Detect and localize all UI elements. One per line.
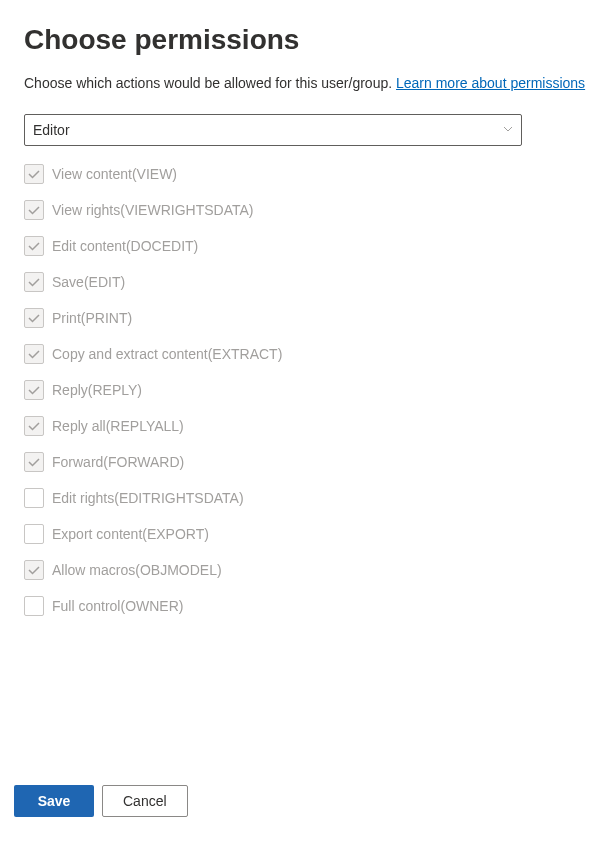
- permission-item: Export content(EXPORT): [24, 524, 589, 544]
- cancel-button[interactable]: Cancel: [102, 785, 188, 817]
- permission-item: Reply(REPLY): [24, 380, 589, 400]
- learn-more-link[interactable]: Learn more about permissions: [396, 75, 585, 91]
- save-button[interactable]: Save: [14, 785, 94, 817]
- permission-checkbox[interactable]: [24, 380, 44, 400]
- permission-checkbox[interactable]: [24, 236, 44, 256]
- permission-label: View content(VIEW): [52, 166, 177, 182]
- permission-label: Export content(EXPORT): [52, 526, 209, 542]
- permission-label: Edit content(DOCEDIT): [52, 238, 198, 254]
- permission-checkbox[interactable]: [24, 164, 44, 184]
- permission-item: View rights(VIEWRIGHTSDATA): [24, 200, 589, 220]
- permission-item: View content(VIEW): [24, 164, 589, 184]
- permission-checkbox[interactable]: [24, 272, 44, 292]
- permission-label: Allow macros(OBJMODEL): [52, 562, 222, 578]
- permission-checkbox[interactable]: [24, 416, 44, 436]
- permission-label: Edit rights(EDITRIGHTSDATA): [52, 490, 244, 506]
- permission-label: Reply(REPLY): [52, 382, 142, 398]
- permission-label: Forward(FORWARD): [52, 454, 184, 470]
- permission-label: Print(PRINT): [52, 310, 132, 326]
- role-select[interactable]: Editor: [24, 114, 522, 146]
- permission-checkbox[interactable]: [24, 560, 44, 580]
- permission-item: Edit rights(EDITRIGHTSDATA): [24, 488, 589, 508]
- permissions-list: View content(VIEW)View rights(VIEWRIGHTS…: [24, 164, 589, 616]
- permission-item: Reply all(REPLYALL): [24, 416, 589, 436]
- button-bar: Save Cancel: [14, 785, 188, 817]
- permission-checkbox[interactable]: [24, 452, 44, 472]
- permission-item: Edit content(DOCEDIT): [24, 236, 589, 256]
- description: Choose which actions would be allowed fo…: [24, 74, 589, 94]
- permission-item: Save(EDIT): [24, 272, 589, 292]
- permission-checkbox[interactable]: [24, 524, 44, 544]
- permission-checkbox[interactable]: [24, 344, 44, 364]
- permission-label: Save(EDIT): [52, 274, 125, 290]
- permission-label: Copy and extract content(EXTRACT): [52, 346, 282, 362]
- permission-checkbox[interactable]: [24, 488, 44, 508]
- role-select-box[interactable]: Editor: [24, 114, 522, 146]
- permission-label: View rights(VIEWRIGHTSDATA): [52, 202, 253, 218]
- permission-item: Forward(FORWARD): [24, 452, 589, 472]
- permission-label: Full control(OWNER): [52, 598, 183, 614]
- permission-item: Copy and extract content(EXTRACT): [24, 344, 589, 364]
- permission-checkbox[interactable]: [24, 308, 44, 328]
- description-text: Choose which actions would be allowed fo…: [24, 75, 392, 91]
- permission-item: Full control(OWNER): [24, 596, 589, 616]
- permission-checkbox[interactable]: [24, 200, 44, 220]
- permission-label: Reply all(REPLYALL): [52, 418, 184, 434]
- page-title: Choose permissions: [24, 24, 589, 56]
- permission-checkbox[interactable]: [24, 596, 44, 616]
- permission-item: Print(PRINT): [24, 308, 589, 328]
- role-select-value: Editor: [33, 122, 70, 138]
- permission-item: Allow macros(OBJMODEL): [24, 560, 589, 580]
